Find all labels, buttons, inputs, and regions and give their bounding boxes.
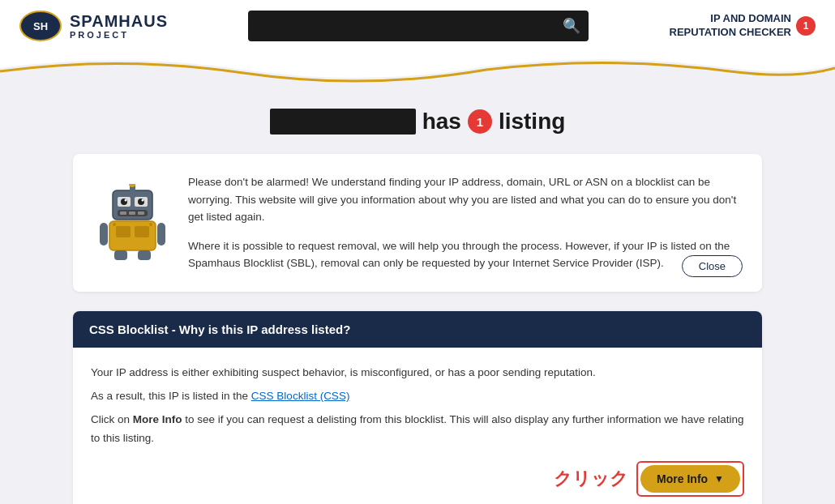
- svg-text:SH: SH: [33, 20, 48, 32]
- svg-rect-23: [114, 250, 127, 260]
- click-label: クリック: [554, 463, 628, 493]
- title-row: has 1 listing: [73, 109, 762, 135]
- header: SH SPAMHAUS PROJECT 🔍 IP AND DOMAIN REPU…: [0, 0, 835, 52]
- svg-point-9: [141, 199, 143, 202]
- more-info-row: クリック More Info ▼: [91, 461, 744, 497]
- svg-point-19: [113, 223, 116, 226]
- svg-rect-22: [157, 223, 165, 246]
- svg-rect-11: [120, 211, 126, 215]
- svg-rect-12: [129, 211, 135, 215]
- css-blocklist-link[interactable]: CSS Blocklist (CSS): [251, 390, 350, 402]
- info-para1: Please don't be alarmed! We understand f…: [188, 173, 739, 226]
- title-listing: listing: [499, 109, 565, 135]
- wave-divider: [0, 52, 835, 92]
- logo-project: PROJECT: [70, 30, 168, 40]
- main-content: has 1 listing: [0, 92, 835, 504]
- blocklist-body: Your IP address is either exhibiting sus…: [73, 348, 762, 504]
- svg-rect-24: [138, 250, 151, 260]
- info-card: Please don't be alarmed! We understand f…: [73, 154, 762, 292]
- title-has: has: [422, 109, 461, 135]
- title-redacted-ip: [270, 109, 416, 135]
- robot-icon: [98, 184, 167, 261]
- info-text: Please don't be alarmed! We understand f…: [188, 173, 739, 272]
- svg-point-20: [149, 223, 152, 226]
- svg-rect-17: [116, 226, 131, 237]
- search-input[interactable]: [253, 19, 563, 32]
- tool-title: IP AND DOMAIN REPUTATION CHECKER: [670, 12, 791, 40]
- robot-area: [96, 173, 169, 272]
- logo-area: SH SPAMHAUS PROJECT: [19, 11, 168, 41]
- logo-text: SPAMHAUS PROJECT: [70, 12, 168, 40]
- blocklist-line3: Click on More Info to see if you can req…: [91, 411, 744, 448]
- blocklist-line1: Your IP address is either exhibiting sus…: [91, 364, 744, 382]
- blocklist-header: CSS Blocklist - Why is this IP address l…: [73, 311, 762, 348]
- close-button[interactable]: Close: [682, 255, 743, 277]
- logo-icon: SH: [19, 11, 62, 41]
- svg-point-8: [124, 199, 126, 202]
- search-button[interactable]: 🔍: [563, 17, 580, 35]
- more-info-btn-wrapper: More Info ▼: [636, 461, 744, 497]
- svg-rect-21: [100, 223, 108, 246]
- more-info-button[interactable]: More Info ▼: [640, 465, 740, 493]
- svg-rect-18: [135, 226, 149, 237]
- search-area: 🔍: [248, 11, 589, 41]
- header-badge: 1: [796, 16, 816, 36]
- info-para2: Where it is possible to request removal,…: [188, 237, 739, 272]
- listing-count-badge: 1: [468, 109, 492, 134]
- blocklist-line2: As a result, this IP is listed in the CS…: [91, 387, 744, 406]
- logo-spamhaus: SPAMHAUS: [70, 12, 168, 30]
- blocklist-card: CSS Blocklist - Why is this IP address l…: [73, 311, 762, 504]
- chevron-down-icon: ▼: [714, 473, 724, 485]
- header-right: IP AND DOMAIN REPUTATION CHECKER 1: [670, 12, 816, 40]
- svg-rect-13: [138, 211, 144, 215]
